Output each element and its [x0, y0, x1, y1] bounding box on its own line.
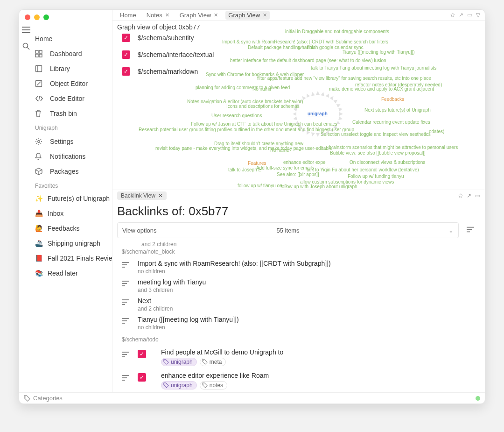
sidebar-favorites: ✨Future(s) of Unigraph📥Inbox🙋Feedbacks🚢S…: [33, 191, 112, 281]
open-out-icon[interactable]: ↗: [467, 192, 471, 199]
nav-settings[interactable]: Settings: [33, 134, 112, 149]
favorite-item[interactable]: 📥Inbox: [33, 206, 112, 221]
nav-label: Dashboard: [50, 50, 82, 57]
favorite-item[interactable]: 🙋Feedbacks: [33, 221, 112, 236]
backlinks-title: Backlinks of: 0x5b77: [112, 201, 485, 222]
close-icon[interactable]: ✕: [158, 192, 163, 199]
nav-dashboard[interactable]: Dashboard: [33, 46, 112, 61]
graph-center-node[interactable]: unigraph: [308, 111, 328, 116]
chevron-down-icon[interactable]: ⌄: [448, 227, 454, 234]
backlink-note-row[interactable]: Import & sync with RoamResearch! (also: …: [117, 257, 480, 276]
backlink-todo-row[interactable]: ✓ enhance editor experience like Roamuni…: [117, 368, 480, 391]
drag-handle-icon[interactable]: [122, 278, 129, 288]
backlink-note-row[interactable]: meeting log with Tianyuand 3 children: [117, 276, 480, 294]
menu-icon[interactable]: [22, 27, 30, 33]
tab[interactable]: Home: [117, 11, 139, 20]
connection-status-indicator: [476, 396, 480, 401]
graph-node-label: allow custom subscriptions for dynamic v…: [300, 179, 394, 184]
tab[interactable]: Graph View✕: [225, 11, 270, 20]
todo-checkbox[interactable]: ✓: [138, 373, 146, 382]
filter-icon[interactable]: ▽: [476, 12, 480, 18]
panel-icon[interactable]: ▭: [467, 12, 472, 18]
schema-filter-label: $/schema/interface/textual: [138, 51, 214, 58]
favorite-emoji: 🙋: [35, 225, 43, 232]
checkbox[interactable]: ✓: [122, 50, 130, 59]
nav-code-editor[interactable]: Code Editor: [33, 91, 112, 106]
trash-icon: [35, 110, 43, 117]
favorite-item[interactable]: 📕Fall 2021 Finals Review Plan: [33, 251, 112, 266]
backlink-sub: no children: [138, 268, 331, 275]
close-icon[interactable]: ✕: [263, 12, 267, 18]
favorite-item[interactable]: 📚Read later: [33, 266, 112, 281]
drag-handle-icon[interactable]: [122, 297, 129, 306]
star-icon[interactable]: ✩: [458, 192, 463, 199]
graph-node-label: Calendar recurring event update fixes: [352, 120, 430, 125]
graph-node-label: brainstorm scenarios that might be attra…: [329, 145, 458, 150]
schema-filter-label: $/schema/markdown: [138, 68, 198, 75]
drag-handle-icon[interactable]: [122, 260, 129, 269]
tag-label: unigraph: [171, 382, 193, 389]
drag-handle-icon[interactable]: [122, 348, 129, 359]
nav-trash[interactable]: Trash bin: [33, 106, 112, 121]
schema-filter-row: ✓$/schema/subentity: [122, 34, 480, 42]
tab-bar: HomeNotes✕Graph View✕Graph View✕ ✩ ↗ ▭ ▽: [112, 10, 485, 21]
graph-node-label: Add full-size sync for emails: [256, 165, 314, 170]
schema-filter-label: $/schema/subentity: [138, 34, 194, 42]
nav-packages[interactable]: Packages: [33, 164, 112, 179]
drag-handle-icon[interactable]: [122, 316, 129, 325]
sort-icon[interactable]: [460, 227, 474, 234]
backlink-view-tab[interactable]: Backlink View ✕: [117, 191, 167, 200]
backlink-todo-row[interactable]: ✓ Find people at McGill to demo Unigraph…: [117, 345, 480, 368]
close-icon[interactable]: ✕: [165, 12, 169, 18]
main-panel: HomeNotes✕Graph View✕Graph View✕ ✩ ↗ ▭ ▽…: [112, 10, 485, 392]
sidebar-home-label[interactable]: Home: [33, 32, 112, 45]
close-icon[interactable]: ✕: [214, 12, 218, 18]
nav-label: Trash bin: [50, 110, 77, 117]
tag-chip[interactable]: meta: [200, 358, 226, 366]
tag-chip[interactable]: unigraph: [161, 358, 197, 366]
tab[interactable]: Graph View✕: [177, 11, 221, 20]
checkbox[interactable]: ✓: [122, 67, 130, 76]
todo-title: enhance editor experience like Roam: [161, 372, 269, 379]
close-window-button[interactable]: [25, 14, 30, 20]
svg-rect-2: [39, 50, 42, 53]
nav-object-editor[interactable]: Object Editor: [33, 76, 112, 91]
todo-checkbox[interactable]: ✓: [138, 350, 146, 358]
graph-node-label: talk to Yiqin Fu about her personal work…: [307, 167, 419, 172]
favorite-label: Future(s) of Unigraph: [48, 195, 110, 202]
maximize-window-button[interactable]: [43, 14, 49, 20]
nav-library[interactable]: Library: [33, 61, 112, 76]
graph-node-label: follow up with Joseph about unigraph: [280, 184, 357, 189]
tag-label: meta: [210, 359, 222, 365]
favorite-label: Fall 2021 Finals Review Plan: [48, 255, 112, 262]
status-bar: Categories: [19, 392, 485, 404]
graph-node-label: talk to Joseph E: [228, 167, 261, 172]
graph-node-label: Icons and descriptions for schemas: [226, 104, 300, 109]
favorite-item[interactable]: ✨Future(s) of Unigraph: [33, 191, 112, 206]
minimize-window-button[interactable]: [34, 14, 40, 20]
checkbox[interactable]: ✓: [122, 34, 130, 42]
package-icon: [35, 168, 43, 175]
backlink-note-row[interactable]: Tianyu ([[meeting log with Tianyu]])no c…: [117, 313, 480, 332]
tag-chip[interactable]: unigraph: [161, 381, 197, 390]
todo-title: Find people at McGill to demo Unigraph t…: [161, 348, 283, 356]
graph-node-label: planning for adding comments to a given …: [196, 85, 290, 90]
view-options-bar[interactable]: View options 55 items ⌄: [117, 222, 459, 238]
backlink-sub: and 3 children: [138, 287, 206, 293]
nav-notifications[interactable]: Notifications: [33, 149, 112, 164]
drag-handle-icon[interactable]: [122, 372, 129, 382]
open-out-icon[interactable]: ↗: [459, 12, 463, 18]
star-icon[interactable]: ✩: [450, 12, 455, 18]
svg-rect-5: [36, 66, 42, 72]
backlink-note-row[interactable]: Nextand 2 children: [117, 294, 480, 313]
panel-icon[interactable]: ▭: [475, 192, 480, 199]
favorite-item[interactable]: 🚢Shipping unigraph: [33, 236, 112, 251]
sidebar-favorites-label: Favorites: [33, 179, 112, 191]
status-categories-label[interactable]: Categories: [33, 395, 63, 402]
backlink-title: Next: [138, 297, 173, 305]
search-icon[interactable]: [22, 42, 30, 50]
graph-node-label: Bubble view: see also [[bubble view prop…: [330, 150, 426, 156]
tag-chip[interactable]: notes: [200, 381, 227, 390]
backlink-title: meeting log with Tianyu: [138, 278, 206, 286]
tab[interactable]: Notes✕: [144, 11, 172, 20]
